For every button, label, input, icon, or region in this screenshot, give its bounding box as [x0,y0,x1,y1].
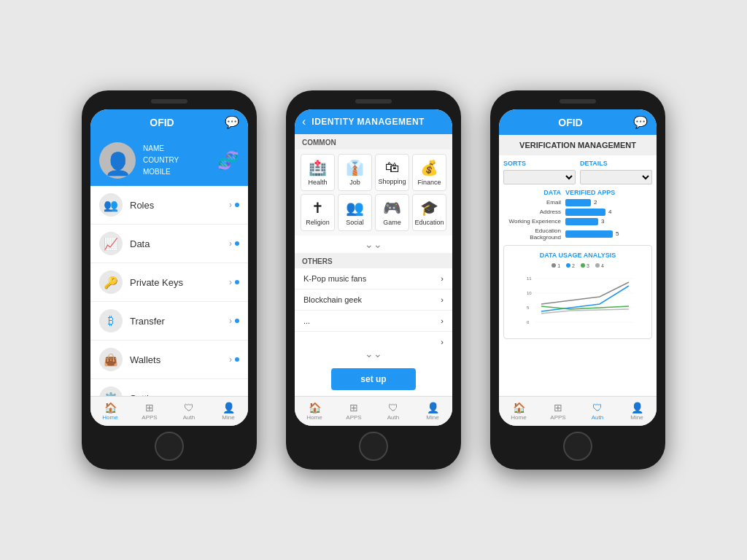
nav-mine-1[interactable]: 👤 Mine [209,400,248,423]
menu-item-roles[interactable]: 👥 Roles › [90,186,248,225]
sorts-select[interactable] [503,170,576,184]
job-icon: 👔 [346,159,364,176]
icon-game[interactable]: 🎮 Game [375,194,409,231]
game-label: Game [383,219,401,226]
nav-home-2[interactable]: 🏠 Home [295,400,334,423]
nav-label-mine-3: Mine [630,414,643,421]
edu-bg-value: 5 [616,230,619,237]
education-label: Education [414,219,444,226]
legend-2: 2 [566,263,575,268]
nav-apps-2[interactable]: ⊞ APPS [334,400,374,423]
address-bar [565,209,605,216]
app-title-3: OFID [508,117,633,128]
chart-svg: 11 10 5 0 [510,271,646,330]
expand-more-bottom-icon[interactable]: ⌄⌄ [295,345,452,362]
id-header-title: IDENTITY MANAGEMENT [311,117,425,127]
nav-home-1[interactable]: 🏠 Home [90,400,130,423]
menu-item-data[interactable]: 📈 Data › [90,225,248,263]
transfer-icon: ₿ [99,309,123,332]
finance-label: Finance [417,179,441,186]
work-exp-bar [565,218,598,225]
keys-icon: 🔑 [99,271,123,294]
nav-mine-2[interactable]: 👤 Mine [413,400,452,423]
menu-item-settings[interactable]: ⚙️ Settings › [90,379,248,396]
nav-auth-3[interactable]: 🛡 Auth [578,400,617,423]
icon-religion[interactable]: ✝ Religion [301,194,335,231]
others-list: K-Pop music fans › Blockchain geek › ...… [295,268,452,345]
icon-finance[interactable]: 💰 Finance [412,154,446,191]
auth-nav-icon-1: 🛡 [184,402,194,413]
nav-apps-3[interactable]: ⊞ APPS [538,400,578,423]
dna-icon: 🧬 [217,150,239,171]
email-bar-container: 2 [565,199,652,206]
work-exp-value: 3 [601,218,604,225]
blockchain-chevron: › [441,295,444,304]
data-col-header: DATA [503,189,565,196]
home-button-2[interactable] [359,432,388,461]
home-nav-icon-3: 🏠 [513,402,525,413]
edu-bg-bar-container: 5 [565,230,652,238]
chart-legend: 1 2 3 4 [510,263,646,268]
back-icon[interactable]: ‹ [302,115,306,128]
list-item-dots[interactable]: ... › [295,311,452,332]
bottom-nav-1: 🏠 Home ⊞ APPS 🛡 Auth 👤 Mine [90,396,248,426]
list-item-empty-1[interactable]: › [295,332,452,345]
legend-4: 4 [595,263,604,268]
education-icon: 🎓 [420,199,438,217]
nav-home-3[interactable]: 🏠 Home [499,400,538,423]
data-row-address: Address 4 [503,209,652,216]
status-dot-wallets [235,357,239,362]
icon-shopping[interactable]: 🛍 Shopping [375,154,409,191]
menu-label-wallets: Wallets [130,354,229,365]
menu-item-transfer[interactable]: ₿ Transfer › [90,302,248,341]
game-icon: 🎮 [383,199,401,217]
phone-speaker-2 [355,99,392,104]
home-button-1[interactable] [155,432,184,461]
bottom-nav-3: 🏠 Home ⊞ APPS 🛡 Auth 👤 Mine [499,396,657,426]
verif-content: SORTS DETAILS DATA VERIFIE [499,155,657,396]
icon-health[interactable]: 🏥 Health [301,154,335,191]
nav-mine-3[interactable]: 👤 Mine [617,400,657,423]
email-value: 2 [594,199,597,206]
phone-2: ‹ IDENTITY MANAGEMENT COMMON 🏥 Health 👔 … [286,90,461,470]
nav-auth-1[interactable]: 🛡 Auth [169,400,209,423]
chevron-icon-transfer: › [229,316,232,326]
chevron-icon-wallets: › [229,354,232,365]
common-section-label: COMMON [295,134,452,149]
settings-icon: ⚙️ [99,386,123,396]
menu-item-wallets[interactable]: 👜 Wallets › [90,341,248,379]
details-select[interactable] [580,170,652,184]
apps-nav-icon-3: ⊞ [554,402,562,413]
icon-social[interactable]: 👥 Social [338,194,372,231]
home-button-3[interactable] [563,432,592,461]
setup-button[interactable]: set up [331,368,415,390]
message-icon-3[interactable]: 💬 [633,115,648,129]
address-value: 4 [608,209,611,215]
nav-apps-1[interactable]: ⊞ APPS [130,400,169,423]
avatar: 👤 [99,142,136,179]
list-item-kpop[interactable]: K-Pop music fans › [295,268,452,289]
menu-item-private-keys[interactable]: 🔑 Private Keys › [90,263,248,302]
mine-nav-icon-2: 👤 [427,402,439,413]
email-label: Email [503,199,565,206]
icon-education[interactable]: 🎓 Education [412,194,446,231]
home-nav-icon-2: 🏠 [309,402,321,413]
list-item-blockchain[interactable]: Blockchain geek › [295,289,452,311]
message-icon-1[interactable]: 💬 [225,115,239,129]
expand-more-icon[interactable]: ⌄⌄ [295,236,452,253]
sorts-box: SORTS [503,160,576,184]
menu-label-private-keys: Private Keys [130,277,229,288]
nav-auth-2[interactable]: 🛡 Auth [374,400,413,423]
address-bar-container: 4 [565,209,652,216]
menu-label-data: Data [130,238,229,249]
nav-label-apps-1: APPS [142,414,157,421]
chart-area: DATA USAGE ANALYSIS 1 2 3 4 11 10 5 0 [503,245,652,339]
nav-label-apps-3: APPS [550,414,565,421]
nav-label-home-1: Home [102,414,117,421]
icon-job[interactable]: 👔 Job [338,154,372,191]
work-exp-bar-container: 3 [565,218,652,225]
health-label: Health [308,179,327,186]
nav-label-home-3: Home [511,414,526,421]
email-bar [565,199,591,206]
nav-label-home-2: Home [306,414,322,421]
